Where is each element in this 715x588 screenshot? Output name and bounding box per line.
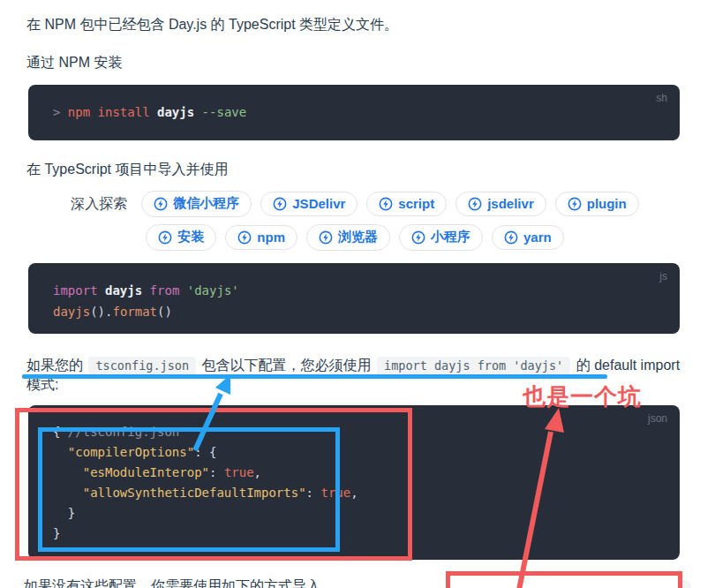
tag-yarn[interactable]: yarn	[492, 225, 564, 250]
tag-script[interactable]: script	[366, 192, 447, 216]
code-token: ,	[254, 465, 261, 479]
lightning-circle-icon	[504, 230, 518, 245]
tag-label: 浏览器	[338, 229, 378, 245]
code-js-lines: import dayjs from 'dayjs' dayjs().format…	[28, 263, 680, 322]
code-token: ().	[90, 305, 112, 319]
lightning-circle-icon	[158, 230, 172, 245]
code-token: --save	[194, 105, 246, 119]
code-token: "esModuleInterop"	[83, 465, 209, 479]
tag-browser[interactable]: 浏览器	[306, 224, 390, 251]
code-token: true	[320, 486, 350, 500]
lightning-circle-icon	[273, 197, 287, 211]
code-token: ,	[350, 486, 358, 500]
code-lang-label-js: js	[659, 270, 667, 283]
shell-prompt: >	[53, 105, 68, 119]
text-run: 包含以下配置，您必须使用	[202, 358, 372, 373]
code-token: npm install	[68, 105, 157, 119]
code-token: :	[209, 465, 224, 479]
code-token: "allowSyntheticDefaultImports"	[83, 486, 306, 500]
code-token: dayjs	[157, 105, 194, 119]
code-block-js: js import dayjs from 'dayjs' dayjs().for…	[28, 263, 680, 334]
text-run: 如果您的	[26, 358, 83, 373]
tag-jsdelivr-caps[interactable]: JSDelivr	[260, 192, 358, 216]
inline-code-tsconfig: tsconfig.json	[88, 357, 196, 375]
paragraph-typescript-defs: 在 NPM 包中已经包含 Day.js 的 TypeScript 类型定义文件。	[26, 15, 683, 34]
tag-label: yarn	[523, 230, 552, 245]
code-token	[53, 486, 83, 500]
explore-tags-section: 深入探索 微信小程序 JSDelivr script jsdelivr plug…	[43, 191, 666, 251]
code-token: {	[53, 425, 68, 439]
tag-install[interactable]: 安装	[146, 224, 216, 251]
code-token: :	[306, 486, 321, 500]
code-token: import	[53, 283, 105, 298]
code-token: }	[53, 506, 75, 520]
code-token: ()	[157, 305, 172, 319]
code-token: from	[142, 283, 187, 298]
code-token: //tsconfig.json	[68, 425, 179, 439]
lightning-circle-icon	[154, 197, 168, 211]
code-token: true	[224, 465, 254, 479]
code-token: dayjs	[53, 305, 90, 319]
tag-label: jsdelivr	[487, 196, 534, 211]
code-token: format	[112, 305, 157, 319]
paragraph-tsconfig-note: 如果您的 tsconfig.json 包含以下配置，您必须使用 import d…	[26, 356, 681, 395]
tag-npm[interactable]: npm	[225, 225, 297, 250]
code-token	[53, 445, 68, 459]
code-block-sh: sh > npm install dayjs --save	[28, 85, 680, 140]
tag-label: npm	[257, 230, 285, 245]
lightning-circle-icon	[411, 230, 425, 245]
inline-code-import-star: import * as dayjs from 'dayjs'	[458, 580, 691, 588]
tag-miniapp[interactable]: 小程序	[399, 224, 483, 251]
tag-plugin[interactable]: plugin	[555, 192, 639, 216]
paragraph-clipped-bottom: 如果没有这些配置，你需要使用如下的方式导入	[24, 577, 320, 588]
code-token	[53, 465, 83, 479]
tag-label: 小程序	[431, 229, 470, 245]
lightning-circle-icon	[468, 197, 482, 211]
tag-jsdelivr[interactable]: jsdelivr	[455, 192, 546, 216]
tag-label: script	[398, 196, 434, 211]
explore-label: 深入探索	[71, 195, 127, 214]
lightning-circle-icon	[379, 197, 393, 211]
lightning-circle-icon	[319, 230, 333, 245]
code-token: }	[53, 526, 60, 540]
code-token: : {	[194, 445, 216, 459]
code-token: dayjs	[105, 283, 142, 298]
code-lang-label-sh: sh	[656, 92, 667, 104]
code-json-lines: { //tsconfig.json "compilerOptions": { "…	[28, 405, 680, 544]
code-sh-line: > npm install dayjs --save	[28, 85, 680, 120]
code-token: 'dayjs'	[187, 283, 239, 298]
paragraph-import-heading: 在 TypeScript 项目中导入并使用	[26, 160, 683, 179]
doc-content: 在 NPM 包中已经包含 Day.js 的 TypeScript 类型定义文件。…	[0, 15, 715, 560]
paragraph-npm-install-heading: 通过 NPM 安装	[26, 53, 683, 72]
tag-label: JSDelivr	[292, 196, 345, 211]
tag-wechat-miniapp[interactable]: 微信小程序	[141, 191, 252, 217]
inline-code-import-default: import dayjs from 'dayjs'	[377, 357, 570, 375]
code-block-json: json { //tsconfig.json "compilerOptions"…	[28, 405, 680, 560]
tag-label: 安装	[177, 229, 204, 245]
lightning-circle-icon	[237, 230, 252, 245]
lightning-circle-icon	[568, 197, 582, 211]
tag-label: plugin	[587, 196, 627, 211]
code-lang-label-json: json	[648, 412, 667, 425]
code-token: "compilerOptions"	[68, 445, 194, 459]
tag-label: 微信小程序	[173, 195, 239, 212]
